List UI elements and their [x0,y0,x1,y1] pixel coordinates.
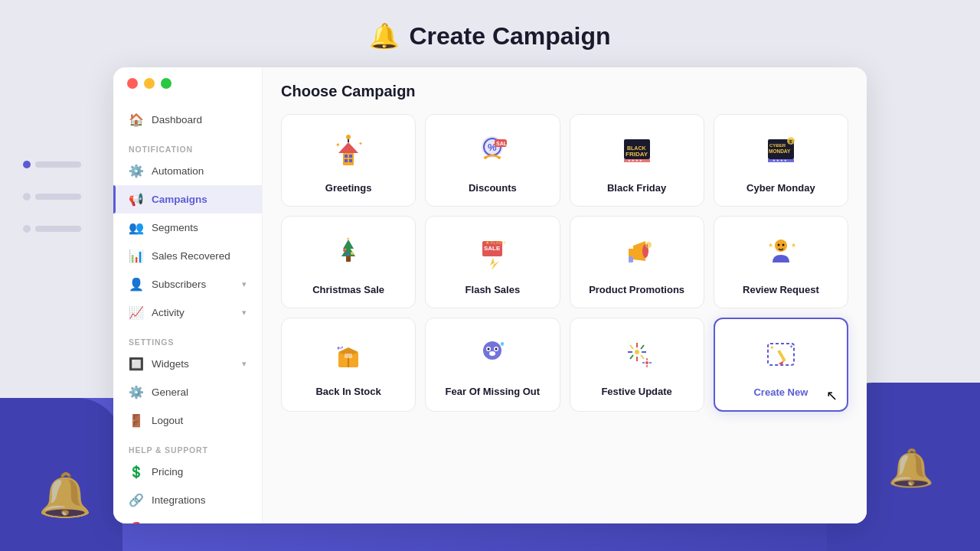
activity-chevron: ▾ [242,308,247,318]
svg-point-60 [635,350,639,354]
svg-point-14 [498,156,501,159]
svg-point-46 [782,244,784,246]
close-button[interactable] [127,78,138,89]
sidebar-item-automation[interactable]: ⚙️ Automation [113,157,262,185]
svg-text:✦: ✦ [335,142,341,148]
page-title: 🔔 Create Campaign [369,21,610,51]
svg-point-57 [488,348,490,350]
sidebar-item-pricing[interactable]: 💲 Pricing [113,458,262,486]
sidebar-item-widgets[interactable]: 🔲 Widgets ▾ [113,350,262,378]
svg-text:✦: ✦ [769,344,775,351]
svg-line-65 [630,345,633,349]
campaign-card-festive-update[interactable]: Festive Update [570,318,704,412]
svg-rect-41 [629,256,633,262]
discounts-icon: % SALE [473,132,511,174]
svg-text:★: ★ [768,242,773,249]
campaign-card-review-request[interactable]: ★ ★ Review Request [714,216,848,308]
svg-line-68 [630,355,633,359]
svg-text:★ ★ ★ ★: ★ ★ ★ ★ [773,158,787,162]
sidebar-item-logout[interactable]: 🚪 Logout [113,406,262,435]
svg-rect-2 [349,155,352,158]
minimize-button[interactable] [144,78,155,89]
integrations-icon: 🔗 [129,493,144,507]
svg-point-58 [495,348,498,350]
widgets-icon: 🔲 [129,357,144,371]
campaign-card-cyber-monday[interactable]: CYBER MONDAY ★ ★ ★ ★ $ Cyber Monday [714,114,848,207]
sidebar-item-campaigns[interactable]: 📢 Campaigns [113,185,262,214]
cursor-indicator: ↖ [826,387,838,404]
campaign-card-discounts[interactable]: % SALE Discounts [425,114,560,207]
window-controls [127,78,172,89]
sidebar-item-help-faq[interactable]: ❓ Help (FAQ) ↗ [113,514,262,523]
svg-marker-39 [490,258,499,270]
help-faq-icon: ❓ [129,521,144,523]
sales-recovered-icon: 📊 [129,249,144,263]
notification-section-label: NOTIFICATION [113,134,262,157]
campaign-grid: ✦ ✦ Greetings % [281,114,848,412]
fomo-icon [473,335,511,378]
sidebar: 🏠 Dashboard NOTIFICATION ⚙️ Automation 📢… [113,67,263,523]
campaign-card-greetings[interactable]: ✦ ✦ Greetings [281,114,416,207]
review-request-icon: ★ ★ [762,233,800,276]
svg-text:✦: ✦ [358,141,363,146]
svg-text:✦: ✦ [789,344,793,349]
subscribers-icon: 👤 [129,277,144,292]
bell-bottom-right-decoration: 🔔 [888,447,934,490]
svg-point-69 [645,361,648,364]
svg-point-54 [483,341,501,360]
svg-point-33 [351,252,354,255]
sidebar-item-activity[interactable]: 📈 Activity ▾ [113,298,262,327]
svg-text:★: ★ [346,236,350,241]
svg-text:!: ! [647,243,648,248]
maximize-button[interactable] [161,78,172,89]
campaign-card-black-friday[interactable]: BLACK FRIDAY ★ ★ ★ ★ Black Friday [570,114,704,207]
content-area: Choose Campaign ✦ [263,67,867,523]
svg-text:SALE: SALE [484,245,501,252]
main-window: 🏠 Dashboard NOTIFICATION ⚙️ Automation 📢… [113,67,867,523]
svg-text:★: ★ [791,242,796,249]
svg-point-32 [343,249,346,252]
sidebar-item-integrations[interactable]: 🔗 Integrations [113,486,262,514]
svg-rect-1 [345,155,348,158]
svg-marker-5 [338,142,358,153]
campaign-card-back-in-stock[interactable]: ↩ Back In Stock [281,318,416,412]
dashboard-icon: 🏠 [129,112,144,127]
campaign-card-fomo[interactable]: Fear Of Missing Out [425,318,560,412]
bell-bottom-left-decoration: 🔔 [38,470,92,520]
campaign-card-christmas-sale[interactable]: ★ Christmas Sale [281,216,416,308]
sidebar-item-segments[interactable]: 👥 Segments [113,214,262,242]
sidebar-item-general[interactable]: ⚙️ General [113,378,262,406]
sidebar-item-sales-recovered[interactable]: 📊 Sales Recovered [113,242,262,270]
cyber-monday-icon: CYBER MONDAY ★ ★ ★ ★ $ [762,132,800,174]
sidebar-decorations [23,153,81,249]
svg-line-66 [641,355,644,359]
widgets-chevron: ▾ [242,359,247,369]
campaigns-icon: 📢 [129,192,144,207]
automation-icon: ⚙️ [129,164,144,178]
greetings-icon: ✦ ✦ [329,132,368,174]
svg-point-45 [777,244,779,246]
svg-rect-52 [345,354,352,358]
svg-rect-31 [346,256,351,262]
svg-text:BLACK: BLACK [627,145,646,151]
svg-point-59 [489,351,495,356]
bell-icon-title: 🔔 [369,21,400,51]
segments-icon: 👥 [129,220,144,235]
svg-text:SALE: SALE [496,141,511,146]
black-friday-icon: BLACK FRIDAY ★ ★ ★ ★ [618,132,656,174]
settings-section-label: SETTINGS [113,327,262,350]
product-promotions-icon: ! [618,233,656,276]
svg-point-7 [346,135,351,139]
general-icon: ⚙️ [129,385,144,399]
campaign-card-create-new[interactable]: ✦ ✦ Create New ↖ [714,318,848,412]
svg-text:★ FLASH: ★ FLASH [485,240,505,245]
svg-line-67 [641,345,644,349]
svg-text:↩: ↩ [337,344,343,352]
page-header: 🔔 Create Campaign [0,0,980,66]
campaign-card-flash-sales[interactable]: SALE ★ FLASH Flash Sales [425,216,560,308]
campaign-card-product-promotions[interactable]: ! Product Promotions [570,216,704,308]
sidebar-item-subscribers[interactable]: 👤 Subscribers ▾ [113,270,262,298]
sidebar-item-dashboard[interactable]: 🏠 Dashboard [113,106,262,134]
svg-rect-75 [777,350,786,362]
logout-icon: 🚪 [129,413,144,428]
